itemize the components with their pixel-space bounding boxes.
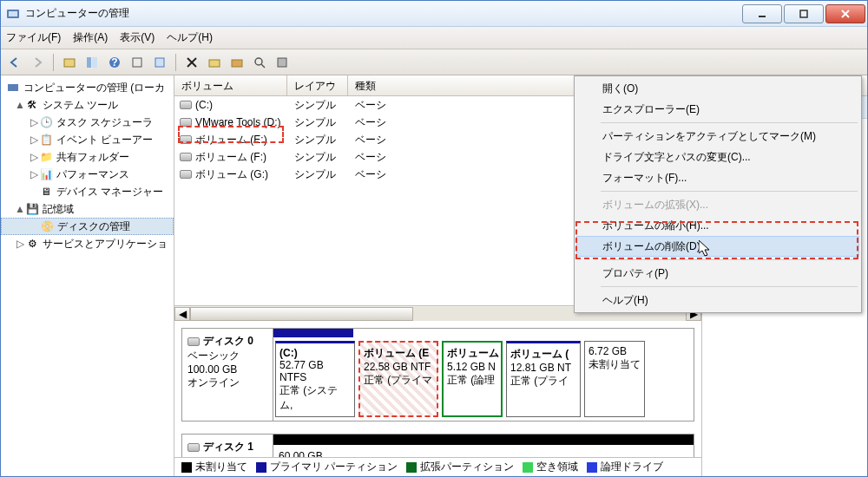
drive-icon bbox=[180, 170, 192, 179]
svg-point-17 bbox=[255, 58, 262, 65]
toolbar-icon[interactable] bbox=[206, 54, 223, 71]
svg-rect-15 bbox=[209, 60, 220, 67]
menubar: ファイル(F) 操作(A) 表示(V) ヘルプ(H) bbox=[1, 27, 867, 49]
col-volume[interactable]: ボリューム bbox=[174, 75, 287, 95]
disk-0-info: ディスク 0 ベーシック 100.00 GB オンライン bbox=[182, 329, 273, 421]
drive-icon bbox=[180, 118, 192, 127]
tree-services[interactable]: ▷⚙サービスとアプリケーショ bbox=[1, 235, 174, 252]
svg-rect-7 bbox=[87, 57, 91, 68]
titlebar: コンピューターの管理 bbox=[1, 1, 867, 27]
toolbar-icon[interactable] bbox=[151, 54, 168, 71]
drive-icon bbox=[180, 101, 192, 109]
toolbar-icon[interactable] bbox=[128, 54, 146, 71]
svg-rect-1 bbox=[9, 11, 17, 16]
storage-icon: 💾 bbox=[25, 202, 39, 216]
back-button[interactable] bbox=[6, 54, 23, 71]
svg-rect-11 bbox=[133, 58, 141, 67]
toolbar-icon[interactable] bbox=[83, 54, 101, 71]
close-button[interactable] bbox=[825, 4, 865, 23]
ctx-shrink[interactable]: ボリュームの縮小(H)... bbox=[576, 215, 859, 236]
services-icon: ⚙ bbox=[25, 237, 39, 251]
toolbar-icon[interactable] bbox=[228, 54, 246, 71]
context-menu: 開く(O) エクスプローラー(E) パーティションをアクティブとしてマーク(M)… bbox=[574, 75, 862, 313]
svg-rect-6 bbox=[64, 59, 75, 67]
ctx-format[interactable]: フォーマット(F)... bbox=[576, 167, 859, 188]
svg-text:?: ? bbox=[111, 56, 117, 69]
ctx-explorer[interactable]: エクスプローラー(E) bbox=[576, 99, 859, 120]
disk-icon bbox=[187, 443, 200, 452]
svg-rect-12 bbox=[155, 58, 164, 67]
tree-root[interactable]: コンピューターの管理 (ローカ bbox=[1, 79, 174, 96]
partition-c[interactable]: (C:)52.77 GB NTFS正常 (システム, bbox=[275, 341, 355, 417]
toolbar-icon[interactable] bbox=[251, 54, 268, 71]
cursor-icon bbox=[699, 240, 713, 258]
ctx-help[interactable]: ヘルプ(H) bbox=[576, 290, 859, 310]
tree-task-sched[interactable]: ▷🕒タスク スケジューラ bbox=[1, 114, 174, 131]
tree-shared-folders[interactable]: ▷📁共有フォルダー bbox=[1, 148, 174, 166]
main-pane: ボリューム レイアウト 種類 (C:)シンプルベーシ VMware Tools … bbox=[174, 75, 702, 476]
window-buttons bbox=[742, 4, 865, 23]
scroll-left-button[interactable]: ◀ bbox=[174, 307, 190, 321]
partition-g[interactable]: ボリューム (12.81 GB NT正常 (プライ bbox=[506, 341, 581, 417]
computer-icon bbox=[6, 81, 20, 95]
tree-system-tools[interactable]: ▲🛠システム ツール bbox=[1, 96, 174, 114]
partition-unallocated[interactable]: 6.72 GB未割り当て bbox=[584, 341, 645, 417]
ctx-open[interactable]: 開く(O) bbox=[576, 78, 859, 99]
disk-icon: 📀 bbox=[40, 219, 54, 233]
device-icon: 🖥 bbox=[39, 185, 53, 199]
forward-button[interactable] bbox=[29, 54, 46, 71]
disk-0-block: ディスク 0 ベーシック 100.00 GB オンライン (C:)52.77 G… bbox=[181, 328, 694, 421]
svg-rect-8 bbox=[92, 57, 97, 68]
delete-icon[interactable] bbox=[183, 54, 201, 71]
ctx-delete-volume[interactable]: ボリュームの削除(D)... bbox=[576, 236, 859, 257]
disk-1-block: ディスク 1 ベーシック 60.00 GB 60.00 GB bbox=[181, 434, 694, 457]
drive-icon bbox=[180, 135, 192, 144]
disk-graphic-area: ディスク 0 ベーシック 100.00 GB オンライン (C:)52.77 G… bbox=[174, 321, 701, 457]
svg-rect-20 bbox=[8, 84, 18, 91]
ctx-extend: ボリュームの拡張(X)... bbox=[576, 194, 859, 215]
ctx-properties[interactable]: プロパティ(P) bbox=[576, 263, 859, 284]
ctx-mark-active[interactable]: パーティションをアクティブとしてマーク(M) bbox=[576, 126, 859, 147]
app-icon bbox=[6, 7, 20, 21]
window-root: コンピューターの管理 ファイル(F) 操作(A) 表示(V) ヘルプ(H) ? bbox=[0, 0, 868, 477]
folder-icon: 📁 bbox=[39, 150, 53, 164]
disk-icon bbox=[187, 337, 200, 346]
maximize-button[interactable] bbox=[784, 4, 824, 23]
toolbar: ? bbox=[1, 49, 867, 75]
tree-event-viewer[interactable]: ▷📋イベント ビューアー bbox=[1, 131, 174, 148]
partition-e[interactable]: ボリューム (E22.58 GB NTF正常 (プライマ bbox=[358, 341, 438, 417]
log-icon: 📋 bbox=[39, 133, 53, 147]
col-layout[interactable]: レイアウト bbox=[287, 75, 348, 95]
help-icon[interactable]: ? bbox=[106, 54, 123, 71]
partition-f[interactable]: ボリューム5.12 GB N正常 (論理 bbox=[442, 341, 503, 417]
perf-icon: 📊 bbox=[39, 167, 53, 181]
toolbar-icon[interactable] bbox=[273, 54, 291, 71]
disk-1-info: ディスク 1 ベーシック 60.00 GB bbox=[182, 435, 273, 457]
menu-file[interactable]: ファイル(F) bbox=[6, 30, 61, 45]
drive-icon bbox=[180, 153, 192, 161]
tree-device-mgr[interactable]: 🖥デバイス マネージャー bbox=[1, 183, 174, 200]
toolbar-icon[interactable] bbox=[61, 54, 78, 71]
tree-performance[interactable]: ▷📊パフォーマンス bbox=[1, 166, 174, 183]
menu-view[interactable]: 表示(V) bbox=[120, 30, 155, 45]
svg-line-18 bbox=[261, 64, 265, 68]
tree-storage[interactable]: ▲💾記憶域 bbox=[1, 200, 174, 218]
svg-rect-16 bbox=[232, 60, 242, 67]
window-title: コンピューターの管理 bbox=[25, 6, 742, 21]
nav-tree: コンピューターの管理 (ローカ ▲🛠システム ツール ▷🕒タスク スケジューラ … bbox=[1, 75, 174, 476]
body: コンピューターの管理 (ローカ ▲🛠システム ツール ▷🕒タスク スケジューラ … bbox=[1, 75, 867, 476]
minimize-button[interactable] bbox=[742, 4, 782, 23]
clock-icon: 🕒 bbox=[39, 115, 53, 129]
svg-rect-19 bbox=[278, 58, 286, 67]
ctx-change-letter[interactable]: ドライブ文字とパスの変更(C)... bbox=[576, 147, 859, 167]
tree-disk-mgmt[interactable]: 📀ディスクの管理 bbox=[1, 218, 174, 235]
tools-icon: 🛠 bbox=[25, 98, 39, 112]
svg-rect-3 bbox=[800, 10, 807, 17]
menu-help[interactable]: ヘルプ(H) bbox=[167, 30, 213, 45]
menu-action[interactable]: 操作(A) bbox=[73, 30, 108, 45]
legend: 未割り当て プライマリ パーティション 拡張パーティション 空き領域 論理ドライ… bbox=[174, 457, 701, 476]
